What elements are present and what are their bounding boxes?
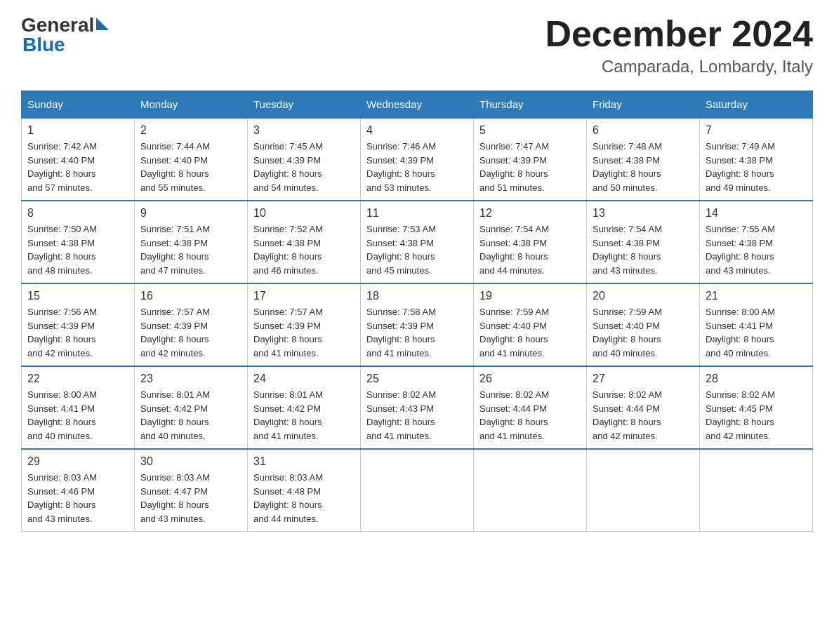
month-title: December 2024	[545, 14, 813, 54]
day-number: 5	[479, 124, 581, 137]
table-cell: 15 Sunrise: 7:56 AMSunset: 4:39 PMDaylig…	[22, 283, 135, 366]
table-cell: 16 Sunrise: 7:57 AMSunset: 4:39 PMDaylig…	[135, 283, 248, 366]
day-number: 23	[140, 373, 241, 385]
table-cell: 18 Sunrise: 7:58 AMSunset: 4:39 PMDaylig…	[361, 283, 474, 366]
day-info: Sunrise: 7:54 AMSunset: 4:38 PMDaylight:…	[593, 222, 694, 277]
table-cell: 25 Sunrise: 8:02 AMSunset: 4:43 PMDaylig…	[361, 366, 474, 449]
table-cell: 11 Sunrise: 7:53 AMSunset: 4:38 PMDaylig…	[361, 201, 474, 283]
day-number: 22	[27, 373, 128, 385]
day-number: 26	[479, 373, 581, 385]
table-cell: 2 Sunrise: 7:44 AMSunset: 4:40 PMDayligh…	[135, 118, 248, 201]
logo: General Blue	[21, 14, 109, 56]
week-row-1: 1 Sunrise: 7:42 AMSunset: 4:40 PMDayligh…	[22, 118, 813, 201]
table-cell: 31 Sunrise: 8:03 AMSunset: 4:48 PMDaylig…	[248, 449, 361, 532]
table-cell: 20 Sunrise: 7:59 AMSunset: 4:40 PMDaylig…	[587, 283, 700, 366]
day-number: 29	[27, 455, 128, 468]
day-info: Sunrise: 7:53 AMSunset: 4:38 PMDaylight:…	[366, 222, 468, 277]
table-cell: 24 Sunrise: 8:01 AMSunset: 4:42 PMDaylig…	[248, 366, 361, 449]
day-info: Sunrise: 8:00 AMSunset: 4:41 PMDaylight:…	[27, 388, 128, 443]
day-info: Sunrise: 7:48 AMSunset: 4:38 PMDaylight:…	[593, 140, 694, 194]
page-header: General Blue December 2024 Camparada, Lo…	[21, 14, 813, 76]
location-subtitle: Camparada, Lombardy, Italy	[545, 57, 813, 76]
day-number: 30	[140, 455, 241, 468]
day-info: Sunrise: 8:03 AMSunset: 4:47 PMDaylight:…	[140, 471, 241, 525]
table-cell: 14 Sunrise: 7:55 AMSunset: 4:38 PMDaylig…	[700, 201, 813, 283]
table-cell: 4 Sunrise: 7:46 AMSunset: 4:39 PMDayligh…	[361, 118, 474, 201]
day-number: 31	[253, 455, 355, 468]
day-number: 21	[706, 290, 807, 302]
day-info: Sunrise: 7:45 AMSunset: 4:39 PMDaylight:…	[253, 140, 355, 194]
day-info: Sunrise: 8:00 AMSunset: 4:41 PMDaylight:…	[706, 305, 807, 360]
table-cell: 9 Sunrise: 7:51 AMSunset: 4:38 PMDayligh…	[135, 201, 248, 283]
day-info: Sunrise: 7:47 AMSunset: 4:39 PMDaylight:…	[479, 140, 581, 194]
table-cell: 12 Sunrise: 7:54 AMSunset: 4:38 PMDaylig…	[474, 201, 587, 283]
day-number: 4	[366, 124, 468, 137]
table-cell: 8 Sunrise: 7:50 AMSunset: 4:38 PMDayligh…	[22, 201, 135, 283]
table-cell	[700, 449, 813, 532]
day-number: 25	[366, 373, 468, 385]
day-number: 14	[706, 207, 807, 220]
logo-blue-text: Blue	[22, 34, 65, 56]
day-info: Sunrise: 7:42 AMSunset: 4:40 PMDaylight:…	[27, 140, 128, 194]
calendar-header-row: Sunday Monday Tuesday Wednesday Thursday…	[22, 91, 813, 119]
day-number: 11	[366, 207, 468, 220]
day-number: 18	[366, 290, 468, 302]
header-monday: Monday	[135, 91, 248, 119]
day-info: Sunrise: 7:44 AMSunset: 4:40 PMDaylight:…	[140, 140, 241, 194]
day-number: 10	[253, 207, 355, 220]
day-info: Sunrise: 8:03 AMSunset: 4:46 PMDaylight:…	[27, 471, 128, 525]
day-number: 24	[253, 373, 355, 385]
day-number: 9	[140, 207, 241, 220]
header-wednesday: Wednesday	[361, 91, 474, 119]
table-cell: 23 Sunrise: 8:01 AMSunset: 4:42 PMDaylig…	[135, 366, 248, 449]
week-row-5: 29 Sunrise: 8:03 AMSunset: 4:46 PMDaylig…	[22, 449, 813, 532]
day-info: Sunrise: 7:57 AMSunset: 4:39 PMDaylight:…	[140, 305, 241, 360]
table-cell: 1 Sunrise: 7:42 AMSunset: 4:40 PMDayligh…	[22, 118, 135, 201]
week-row-2: 8 Sunrise: 7:50 AMSunset: 4:38 PMDayligh…	[22, 201, 813, 283]
day-number: 2	[140, 124, 241, 137]
day-number: 15	[27, 290, 128, 302]
day-info: Sunrise: 8:02 AMSunset: 4:45 PMDaylight:…	[706, 388, 807, 443]
table-cell: 28 Sunrise: 8:02 AMSunset: 4:45 PMDaylig…	[700, 366, 813, 449]
day-info: Sunrise: 7:57 AMSunset: 4:39 PMDaylight:…	[253, 305, 355, 360]
title-area: December 2024 Camparada, Lombardy, Italy	[545, 14, 813, 76]
day-info: Sunrise: 7:49 AMSunset: 4:38 PMDaylight:…	[706, 140, 807, 194]
header-friday: Friday	[587, 91, 700, 119]
logo-arrow-icon	[96, 18, 109, 33]
day-info: Sunrise: 8:02 AMSunset: 4:44 PMDaylight:…	[479, 388, 581, 443]
day-info: Sunrise: 7:52 AMSunset: 4:38 PMDaylight:…	[253, 222, 355, 277]
day-info: Sunrise: 7:56 AMSunset: 4:39 PMDaylight:…	[27, 305, 128, 360]
day-number: 20	[593, 290, 694, 302]
day-number: 17	[253, 290, 355, 302]
table-cell: 30 Sunrise: 8:03 AMSunset: 4:47 PMDaylig…	[135, 449, 248, 532]
table-cell: 29 Sunrise: 8:03 AMSunset: 4:46 PMDaylig…	[22, 449, 135, 532]
day-number: 28	[706, 373, 807, 385]
day-number: 3	[253, 124, 355, 137]
table-cell: 13 Sunrise: 7:54 AMSunset: 4:38 PMDaylig…	[587, 201, 700, 283]
table-cell	[474, 449, 587, 532]
day-number: 13	[593, 207, 694, 220]
day-number: 19	[479, 290, 581, 302]
day-info: Sunrise: 8:01 AMSunset: 4:42 PMDaylight:…	[253, 388, 355, 443]
table-cell: 27 Sunrise: 8:02 AMSunset: 4:44 PMDaylig…	[587, 366, 700, 449]
table-cell: 22 Sunrise: 8:00 AMSunset: 4:41 PMDaylig…	[22, 366, 135, 449]
day-info: Sunrise: 8:01 AMSunset: 4:42 PMDaylight:…	[140, 388, 241, 443]
day-info: Sunrise: 7:50 AMSunset: 4:38 PMDaylight:…	[27, 222, 128, 277]
day-number: 7	[706, 124, 807, 137]
table-cell: 3 Sunrise: 7:45 AMSunset: 4:39 PMDayligh…	[248, 118, 361, 201]
week-row-4: 22 Sunrise: 8:00 AMSunset: 4:41 PMDaylig…	[22, 366, 813, 449]
day-info: Sunrise: 7:46 AMSunset: 4:39 PMDaylight:…	[366, 140, 468, 194]
table-cell: 5 Sunrise: 7:47 AMSunset: 4:39 PMDayligh…	[474, 118, 587, 201]
day-number: 16	[140, 290, 241, 302]
day-info: Sunrise: 7:54 AMSunset: 4:38 PMDaylight:…	[479, 222, 581, 277]
day-number: 12	[479, 207, 581, 220]
table-cell: 17 Sunrise: 7:57 AMSunset: 4:39 PMDaylig…	[248, 283, 361, 366]
day-number: 8	[27, 207, 128, 220]
table-cell: 26 Sunrise: 8:02 AMSunset: 4:44 PMDaylig…	[474, 366, 587, 449]
day-info: Sunrise: 7:51 AMSunset: 4:38 PMDaylight:…	[140, 222, 241, 277]
day-info: Sunrise: 7:58 AMSunset: 4:39 PMDaylight:…	[366, 305, 468, 360]
header-sunday: Sunday	[22, 91, 135, 119]
day-info: Sunrise: 8:02 AMSunset: 4:44 PMDaylight:…	[593, 388, 694, 443]
week-row-3: 15 Sunrise: 7:56 AMSunset: 4:39 PMDaylig…	[22, 283, 813, 366]
header-saturday: Saturday	[700, 91, 813, 119]
